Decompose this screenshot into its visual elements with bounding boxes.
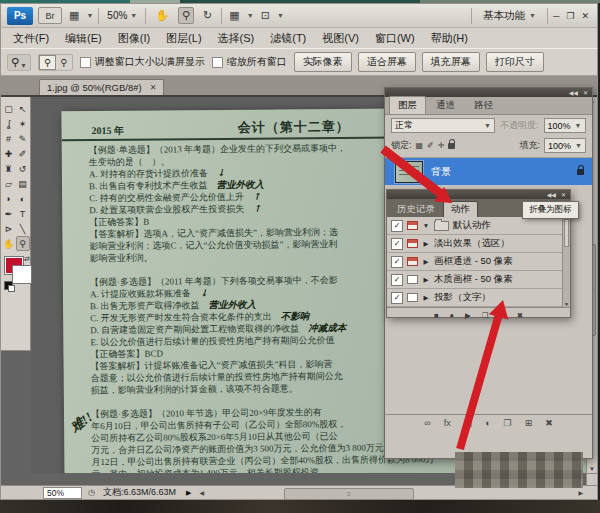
action-row[interactable]: ✓ ▶ 投影（文字） — [387, 289, 570, 307]
menu-item[interactable]: 图层(L) — [158, 29, 209, 48]
new-action-icon[interactable]: ⊞ — [499, 311, 505, 320]
blur-tool[interactable]: ◗ — [2, 191, 16, 206]
menu-item[interactable]: 窗口(W) — [367, 29, 423, 48]
scroll-right-icon[interactable]: ▶ — [578, 489, 583, 496]
menu-item[interactable]: 选择(S) — [210, 29, 263, 48]
launch-bridge-button[interactable]: Br — [38, 7, 62, 24]
new-group-icon[interactable]: ❐ — [504, 418, 512, 428]
stop-recording-icon[interactable]: ■ — [434, 311, 439, 320]
action-dialog-toggle[interactable] — [407, 221, 418, 230]
tab-actions[interactable]: 动作 — [443, 201, 478, 217]
dodge-tool[interactable]: ◐ — [16, 191, 30, 206]
action-dialog-toggle[interactable] — [407, 257, 418, 266]
print-size-button[interactable]: 打印尺寸 — [486, 52, 544, 72]
lock-position-icon[interactable]: ✛ — [438, 141, 445, 150]
menu-item[interactable]: 文件(F) — [5, 29, 57, 48]
lock-image-icon[interactable]: ✐ — [427, 141, 434, 150]
document-tab[interactable]: 1.jpg @ 50%(RGB/8#) ✕ — [39, 79, 164, 95]
arrange-documents-icon[interactable]: ▦ — [227, 8, 241, 23]
collapse-to-icons-icon[interactable]: ◀◀ — [547, 192, 556, 198]
swap-colors-icon[interactable]: ⇄ — [24, 255, 30, 263]
tab-channels[interactable]: 通道 — [427, 96, 464, 114]
action-name[interactable]: 木质画框 - 50 像素 — [434, 273, 513, 286]
new-action-set-icon[interactable]: ❐ — [482, 311, 489, 320]
crop-tool[interactable]: # — [2, 131, 16, 146]
background-layer-row[interactable]: 背景 — [385, 158, 592, 185]
background-color-swatch[interactable] — [13, 266, 31, 283]
hand-tool[interactable]: ✋ — [2, 236, 16, 251]
default-colors-icon[interactable] — [4, 281, 13, 290]
horizontal-scrollbar[interactable]: ≡ — [206, 488, 576, 498]
fit-screen-button[interactable]: 适合屏幕 — [358, 52, 416, 72]
view-extras-icon[interactable]: ▦ — [67, 8, 81, 23]
delete-layer-icon[interactable]: ✖ — [545, 418, 553, 428]
quick-selection-tool[interactable]: ✶ — [16, 116, 30, 131]
layer-name[interactable]: 背景 — [431, 165, 569, 179]
begin-recording-icon[interactable]: ● — [449, 311, 454, 320]
line-tool[interactable]: ╲ — [16, 221, 30, 236]
hand-tool-appbar-icon[interactable]: ✋ — [151, 7, 173, 24]
action-expand-icon[interactable]: ▼ — [422, 222, 430, 229]
fill-screen-button[interactable]: 填充屏幕 — [422, 52, 480, 72]
scroll-left-icon[interactable]: ◀ — [199, 489, 204, 496]
actions-scroll-thumb[interactable] — [564, 219, 569, 247]
menu-item[interactable]: 视图(V) — [314, 29, 367, 48]
restore-button[interactable]: ❐ — [566, 11, 574, 21]
move-tool[interactable]: ↖ — [16, 101, 30, 116]
scroll-down-icon[interactable]: ▼ — [563, 301, 570, 307]
type-tool[interactable]: T — [16, 206, 30, 221]
action-name[interactable]: 淡出效果（选区） — [434, 237, 510, 250]
workspace-switcher[interactable]: 基本功能▼ — [477, 9, 542, 23]
tab-paths[interactable]: 路径 — [465, 96, 502, 114]
action-dialog-toggle[interactable] — [407, 293, 418, 302]
checkbox-box[interactable] — [212, 57, 223, 68]
zoom-tool-appbar-icon[interactable]: ⚲ — [178, 7, 194, 24]
scroll-down-icon[interactable]: ▼ — [587, 466, 597, 472]
action-row[interactable]: ✓ ▶ 画框通道 - 50 像素 — [387, 253, 570, 271]
layer-effects-icon[interactable]: fx — [444, 418, 451, 428]
history-brush-tool[interactable]: ↺ — [16, 161, 30, 176]
zoom-level-dropdown[interactable]: 50%▼ — [104, 9, 140, 22]
panel-close-icon[interactable]: ✕ — [583, 90, 588, 96]
action-row[interactable]: ✓ ▼ 默认动作 — [387, 217, 570, 235]
pen-tool[interactable]: ✒ — [2, 206, 16, 221]
rotate-view-icon[interactable]: ↻ — [199, 7, 216, 24]
gradient-tool[interactable]: ▤ — [16, 176, 30, 191]
delete-action-icon[interactable]: ✖ — [517, 311, 523, 320]
minimize-button[interactable]: ─ — [553, 11, 559, 21]
link-layers-icon[interactable]: ∞ — [424, 418, 430, 428]
actions-scrollbar[interactable]: ▼ — [562, 217, 570, 307]
action-dialog-toggle[interactable] — [407, 275, 418, 284]
close-button[interactable]: ✕ — [581, 11, 589, 21]
lock-all-icon[interactable] — [448, 143, 455, 149]
tab-history[interactable]: 历史记录 — [390, 202, 442, 217]
menu-item[interactable]: 滤镜(T) — [262, 29, 314, 48]
action-checkbox[interactable]: ✓ — [391, 274, 403, 286]
horizontal-scroll-thumb[interactable]: ≡ — [284, 488, 414, 500]
action-dialog-toggle[interactable] — [407, 239, 418, 248]
action-checkbox[interactable]: ✓ — [391, 220, 403, 232]
zoom-tool[interactable]: ⚲ — [16, 236, 30, 251]
action-row[interactable]: ✓ ▶ 淡出效果（选区） — [387, 235, 570, 253]
layer-thumbnail[interactable] — [395, 161, 423, 183]
panel-close-icon[interactable]: ✕ — [561, 192, 566, 198]
menu-item[interactable]: 图像(I) — [110, 29, 158, 48]
tool-preset-picker[interactable]: ⚲▼ — [7, 54, 31, 71]
blend-mode-select[interactable]: 正常▼ — [391, 118, 495, 133]
menu-item[interactable]: 编辑(E) — [57, 29, 110, 48]
tab-layers[interactable]: 图层 — [389, 96, 426, 114]
fill-value[interactable]: 100%▼ — [544, 138, 586, 153]
new-layer-icon[interactable]: ⊞ — [525, 418, 533, 428]
clone-stamp-tool[interactable]: ♜ — [2, 161, 16, 176]
action-name[interactable]: 投影（文字） — [434, 291, 491, 304]
actual-pixels-button[interactable]: 实际像素 — [294, 52, 352, 72]
action-expand-icon[interactable]: ▶ — [422, 294, 430, 302]
resize-window-checkbox[interactable]: 调整窗口大小以满屏显示 — [80, 55, 205, 69]
menu-item[interactable]: 帮助(H) — [423, 29, 476, 48]
action-row[interactable]: ✓ ▶ 木质画框 - 50 像素 — [387, 271, 570, 289]
play-action-icon[interactable]: ▶ — [465, 311, 471, 320]
action-expand-icon[interactable]: ▶ — [422, 276, 430, 284]
collapse-to-icons-icon[interactable]: ◀◀ — [569, 90, 578, 96]
zoom-in-button[interactable]: ⚲ — [39, 55, 56, 70]
healing-brush-tool[interactable]: ✚ — [2, 146, 16, 161]
